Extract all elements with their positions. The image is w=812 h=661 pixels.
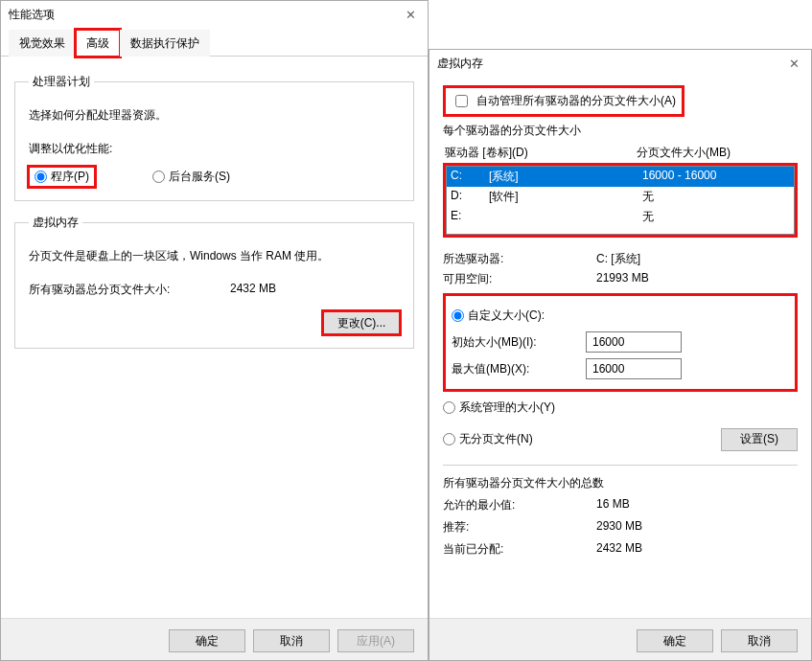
radio-no-paging-label: 无分页文件(N) bbox=[459, 431, 533, 447]
virtual-memory-desc: 分页文件是硬盘上的一块区域，Windows 当作 RAM 使用。 bbox=[29, 248, 400, 264]
dialog-title: 虚拟内存 bbox=[437, 56, 483, 72]
ok-button[interactable]: 确定 bbox=[637, 629, 713, 652]
tab-visual-effects[interactable]: 视觉效果 bbox=[9, 30, 76, 57]
auto-manage-label: 自动管理所有驱动器的分页文件大小(A) bbox=[476, 93, 676, 109]
col-size-header: 分页文件大小(MB) bbox=[637, 145, 731, 161]
drive-label: [软件] bbox=[489, 189, 642, 205]
cancel-button[interactable]: 取消 bbox=[253, 629, 330, 652]
drive-size: 无 bbox=[642, 189, 790, 205]
dialog-title: 性能选项 bbox=[9, 7, 55, 23]
currently-allocated-value: 2432 MB bbox=[596, 541, 642, 558]
drive-list-headers: 驱动器 [卷标](D) 分页文件大小(MB) bbox=[443, 143, 798, 163]
radio-programs[interactable]: 程序(P) bbox=[29, 167, 95, 187]
radio-system-managed[interactable]: 系统管理的大小(Y) bbox=[443, 399, 798, 416]
tabs: 视觉效果 高级 数据执行保护 bbox=[1, 29, 428, 57]
recommended-value: 2930 MB bbox=[596, 519, 642, 536]
tab-advanced[interactable]: 高级 bbox=[76, 30, 120, 57]
each-drive-legend: 每个驱动器的分页文件大小 bbox=[443, 123, 798, 139]
radio-programs-label: 程序(P) bbox=[51, 169, 89, 185]
close-icon[interactable]: ✕ bbox=[402, 8, 420, 22]
initial-size-label: 初始大小(MB)(I): bbox=[452, 334, 586, 351]
currently-allocated-label: 当前已分配: bbox=[443, 541, 596, 558]
drive-label bbox=[489, 209, 642, 225]
drive-row[interactable]: C: [系统] 16000 - 16000 bbox=[447, 167, 794, 187]
selected-drive-value: C: [系统] bbox=[596, 251, 640, 267]
free-space-label: 可用空间: bbox=[443, 271, 596, 287]
set-button[interactable]: 设置(S) bbox=[721, 428, 798, 451]
free-space-value: 21993 MB bbox=[596, 271, 649, 287]
totals-legend: 所有驱动器分页文件大小的总数 bbox=[443, 475, 798, 491]
drive-row[interactable]: E: 无 bbox=[447, 207, 794, 227]
drive-letter: C: bbox=[451, 169, 489, 185]
dialog-body: 自动管理所有驱动器的分页文件大小(A) 每个驱动器的分页文件大小 驱动器 [卷标… bbox=[429, 76, 811, 573]
performance-options-dialog: 性能选项 ✕ 视觉效果 高级 数据执行保护 处理器计划 选择如何分配处理器资源。… bbox=[0, 0, 429, 661]
virtual-memory-group: 虚拟内存 分页文件是硬盘上的一块区域，Windows 当作 RAM 使用。 所有… bbox=[14, 215, 414, 349]
processor-scheduling-legend: 处理器计划 bbox=[29, 74, 94, 90]
radio-system-input[interactable] bbox=[443, 401, 455, 414]
cancel-button[interactable]: 取消 bbox=[721, 629, 798, 652]
footer: 确定 取消 应用(A) bbox=[1, 618, 428, 660]
radio-custom-size[interactable]: 自定义大小(C): bbox=[452, 308, 789, 324]
radio-custom-label: 自定义大小(C): bbox=[468, 308, 545, 324]
col-drive-header: 驱动器 [卷标](D) bbox=[445, 145, 637, 161]
radio-system-label: 系统管理的大小(Y) bbox=[459, 399, 555, 416]
radio-background-label: 后台服务(S) bbox=[169, 169, 230, 185]
radio-background-input[interactable] bbox=[152, 171, 165, 183]
min-allowed-value: 16 MB bbox=[596, 497, 630, 513]
selected-drive-label: 所选驱动器: bbox=[443, 251, 596, 267]
drive-letter: E: bbox=[451, 209, 489, 225]
apply-button[interactable]: 应用(A) bbox=[337, 629, 414, 652]
ok-button[interactable]: 确定 bbox=[169, 629, 245, 652]
radio-custom-input[interactable] bbox=[452, 309, 464, 322]
radio-programs-input[interactable] bbox=[35, 171, 47, 183]
drive-row[interactable]: D: [软件] 无 bbox=[447, 187, 794, 207]
totals-section: 允许的最小值: 16 MB 推荐: 2930 MB 当前已分配: 2432 MB bbox=[443, 497, 798, 558]
auto-manage-input[interactable] bbox=[455, 95, 468, 107]
max-size-label: 最大值(MB)(X): bbox=[452, 361, 586, 377]
processor-scheduling-desc: 选择如何分配处理器资源。 bbox=[29, 107, 400, 124]
max-size-input[interactable] bbox=[586, 358, 682, 379]
drive-label: [系统] bbox=[489, 169, 642, 185]
initial-size-input[interactable] bbox=[586, 331, 682, 353]
radio-no-paging-input[interactable] bbox=[443, 433, 455, 445]
auto-manage-checkbox[interactable]: 自动管理所有驱动器的分页文件大小(A) bbox=[443, 85, 684, 117]
tab-dep[interactable]: 数据执行保护 bbox=[120, 30, 210, 57]
drive-list-section: 驱动器 [卷标](D) 分页文件大小(MB) C: [系统] 16000 - 1… bbox=[443, 143, 798, 238]
total-paging-value: 2432 MB bbox=[230, 282, 276, 298]
processor-scheduling-group: 处理器计划 选择如何分配处理器资源。 调整以优化性能: 程序(P) 后台服务(S… bbox=[14, 74, 414, 201]
titlebar: 性能选项 ✕ bbox=[1, 1, 428, 27]
drive-list[interactable]: C: [系统] 16000 - 16000 D: [软件] 无 E: 无 bbox=[446, 166, 795, 235]
drive-letter: D: bbox=[451, 189, 489, 205]
recommended-label: 推荐: bbox=[443, 519, 596, 536]
change-button[interactable]: 更改(C)... bbox=[323, 311, 400, 334]
drive-size: 16000 - 16000 bbox=[642, 169, 790, 185]
virtual-memory-legend: 虚拟内存 bbox=[29, 215, 82, 231]
radio-no-paging[interactable]: 无分页文件(N) bbox=[443, 431, 721, 447]
total-paging-label: 所有驱动器总分页文件大小: bbox=[29, 282, 230, 298]
tab-body-advanced: 处理器计划 选择如何分配处理器资源。 调整以优化性能: 程序(P) 后台服务(S… bbox=[1, 57, 428, 372]
min-allowed-label: 允许的最小值: bbox=[443, 497, 596, 513]
close-icon[interactable]: ✕ bbox=[785, 57, 803, 71]
radio-background-services[interactable]: 后台服务(S) bbox=[152, 169, 230, 185]
adjust-label: 调整以优化性能: bbox=[29, 141, 400, 157]
virtual-memory-dialog: 虚拟内存 ✕ 自动管理所有驱动器的分页文件大小(A) 每个驱动器的分页文件大小 … bbox=[429, 49, 812, 661]
footer: 确定 取消 bbox=[429, 618, 811, 660]
drive-size: 无 bbox=[642, 209, 790, 225]
titlebar: 虚拟内存 ✕ bbox=[429, 50, 811, 76]
